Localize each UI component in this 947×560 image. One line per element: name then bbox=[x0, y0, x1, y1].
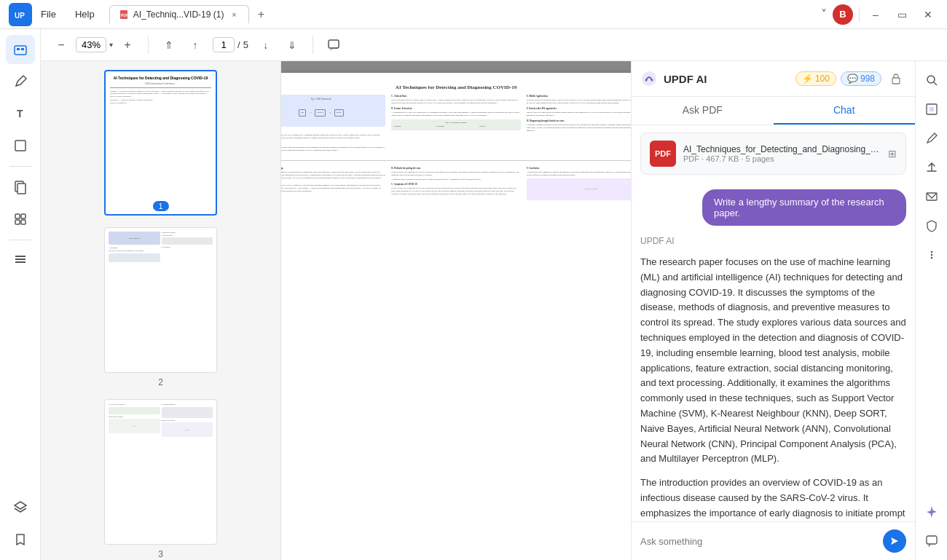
svg-text:UP: UP bbox=[15, 12, 25, 20]
nav-first-btn[interactable]: ⇑ bbox=[157, 33, 181, 57]
thumbnail-img-3[interactable]: III. COVID-19 Symptoms Scatter plots sho… bbox=[104, 399, 217, 545]
svg-rect-12 bbox=[21, 214, 25, 218]
page-number-input[interactable] bbox=[213, 37, 235, 52]
blue-badge[interactable]: 💬 998 bbox=[841, 71, 881, 86]
tab-chat[interactable]: Chat bbox=[774, 97, 916, 125]
svg-rect-19 bbox=[329, 40, 339, 48]
svg-line-25 bbox=[934, 82, 937, 85]
nav-next-btn[interactable]: ↓ bbox=[254, 33, 278, 57]
pdf-page-main: AI Techniques for Detecting and Diagnosi… bbox=[281, 73, 631, 560]
more-icon[interactable] bbox=[919, 242, 945, 268]
svg-rect-32 bbox=[927, 536, 937, 544]
chat-response: The research paper focuses on the use of… bbox=[632, 249, 915, 521]
right-edge-toolbar bbox=[915, 61, 947, 560]
svg-rect-15 bbox=[15, 259, 25, 260]
page-separator: / bbox=[237, 39, 240, 50]
svg-rect-6 bbox=[21, 48, 24, 50]
svg-marker-18 bbox=[15, 502, 26, 509]
crop-edit-icon[interactable] bbox=[919, 96, 945, 122]
sidebar-icon-text[interactable]: T bbox=[6, 99, 35, 128]
svg-point-30 bbox=[930, 254, 932, 256]
gold-badge-value: 100 bbox=[815, 74, 830, 84]
new-tab-btn[interactable]: + bbox=[252, 6, 270, 23]
chat-input[interactable] bbox=[640, 536, 877, 547]
zoom-in-btn[interactable]: + bbox=[116, 33, 139, 57]
titlebar: UP File Help PDF AI_Techniq...VID-19 (1)… bbox=[0, 0, 947, 29]
gold-badge[interactable]: ⚡ 100 bbox=[795, 71, 836, 86]
svg-text:T: T bbox=[17, 108, 23, 119]
pdf-expand-icon[interactable]: ⊞ bbox=[888, 148, 897, 159]
svg-rect-16 bbox=[15, 261, 25, 263]
zoom-out-btn[interactable]: − bbox=[50, 33, 73, 57]
svg-point-24 bbox=[927, 76, 935, 83]
right-panel: UPDF AI ⚡ 100 💬 998 bbox=[631, 61, 915, 560]
chat-bubble-icon[interactable] bbox=[919, 528, 945, 554]
page-total: 5 bbox=[243, 39, 248, 50]
thumbnail-item-3[interactable]: III. COVID-19 Symptoms Scatter plots sho… bbox=[50, 399, 272, 559]
toolbar-divider-1 bbox=[148, 36, 149, 54]
chat-input-area bbox=[632, 521, 915, 560]
sidebar-icon-home[interactable] bbox=[6, 35, 35, 64]
tab-label: AI_Techniq...VID-19 (1) bbox=[133, 9, 224, 20]
zoom-input[interactable] bbox=[76, 37, 106, 52]
sidebar-icon-tools2[interactable] bbox=[6, 246, 35, 275]
response-para-2: The introduction provides an overview of… bbox=[640, 476, 906, 521]
thumbnail-img-2[interactable]: Flow diagram I. Introduction COVID-19 is… bbox=[104, 227, 217, 373]
maximize-btn[interactable]: ▭ bbox=[892, 4, 912, 25]
updf-ai-title: UPDF AI bbox=[640, 70, 707, 87]
sidebar-icon-tools[interactable] bbox=[6, 205, 35, 234]
app-logo: UP bbox=[9, 3, 32, 26]
minimize-btn[interactable]: – bbox=[865, 4, 886, 25]
mail-icon[interactable] bbox=[919, 184, 945, 210]
thumbnail-img-1[interactable]: AI Techniques for Detecting and Diagnosi… bbox=[104, 70, 217, 216]
svg-rect-27 bbox=[930, 107, 934, 111]
comment-btn[interactable] bbox=[322, 33, 345, 57]
sidebar-divider-1 bbox=[9, 166, 31, 167]
menu-help[interactable]: Help bbox=[72, 7, 98, 21]
nav-prev-btn[interactable]: ↑ bbox=[184, 33, 207, 57]
blue-badge-value: 998 bbox=[860, 74, 875, 84]
sidebar-divider-2 bbox=[9, 240, 31, 240]
tab-ask-pdf[interactable]: Ask PDF bbox=[632, 97, 774, 125]
content-area: AI Techniques for Detecting and Diagnosi… bbox=[41, 61, 947, 560]
user-avatar[interactable]: B bbox=[833, 4, 853, 25]
zoom-controls: − ▾ + bbox=[50, 33, 139, 57]
search-edge-icon[interactable] bbox=[919, 67, 945, 93]
tab-bar: PDF AI_Techniq...VID-19 (1) × + bbox=[109, 5, 815, 23]
sidebar-icon-shapes[interactable] bbox=[6, 131, 35, 160]
response-para-1: The research paper focuses on the use of… bbox=[640, 255, 906, 467]
sidebar-icon-pages[interactable] bbox=[6, 173, 35, 202]
nav-last-btn[interactable]: ⇓ bbox=[280, 33, 304, 57]
thumbnail-page-num-3: 3 bbox=[158, 549, 163, 559]
menu-bar: File Help bbox=[38, 7, 98, 21]
menu-file[interactable]: File bbox=[38, 7, 59, 21]
pdf-tab-icon: PDF bbox=[119, 9, 129, 20]
thumbnail-item-2[interactable]: Flow diagram I. Introduction COVID-19 is… bbox=[50, 227, 272, 387]
svg-rect-14 bbox=[21, 220, 25, 224]
thumbnails-panel: AI Techniques for Detecting and Diagnosi… bbox=[41, 61, 281, 560]
chevron-icon[interactable]: ˅ bbox=[821, 7, 827, 21]
svg-rect-13 bbox=[15, 220, 20, 224]
prompt-bubble[interactable]: Write a lengthy summary of the research … bbox=[702, 189, 906, 226]
chat-send-btn[interactable] bbox=[883, 529, 906, 553]
svg-rect-17 bbox=[15, 256, 25, 257]
pdf-info-card: PDF AI_Techniques_for_Detecting_and_Diag… bbox=[640, 133, 906, 175]
lock-icon[interactable] bbox=[886, 68, 906, 89]
zoom-dropdown-icon[interactable]: ▾ bbox=[109, 41, 113, 49]
share-icon[interactable] bbox=[919, 154, 945, 181]
sidebar-icon-bookmark[interactable] bbox=[6, 525, 35, 554]
edit-tool-icon[interactable] bbox=[919, 125, 945, 151]
svg-rect-4 bbox=[15, 46, 26, 55]
nav-controls: ⇑ ↑ bbox=[157, 33, 207, 57]
protect-shield-icon[interactable] bbox=[919, 213, 945, 239]
sidebar-icon-annotate[interactable] bbox=[6, 67, 35, 96]
updf-ai-label: UPDF AI bbox=[664, 73, 707, 85]
tab-close-btn[interactable]: × bbox=[228, 9, 240, 20]
close-btn[interactable]: ✕ bbox=[918, 4, 938, 25]
tab-active[interactable]: PDF AI_Techniq...VID-19 (1) × bbox=[109, 5, 250, 23]
svg-point-20 bbox=[642, 71, 656, 86]
svg-point-31 bbox=[930, 257, 932, 259]
thumbnail-item-1[interactable]: AI Techniques for Detecting and Diagnosi… bbox=[50, 70, 272, 216]
sidebar-icon-layers[interactable] bbox=[6, 493, 35, 522]
ai-sparkle-icon[interactable] bbox=[919, 499, 945, 525]
